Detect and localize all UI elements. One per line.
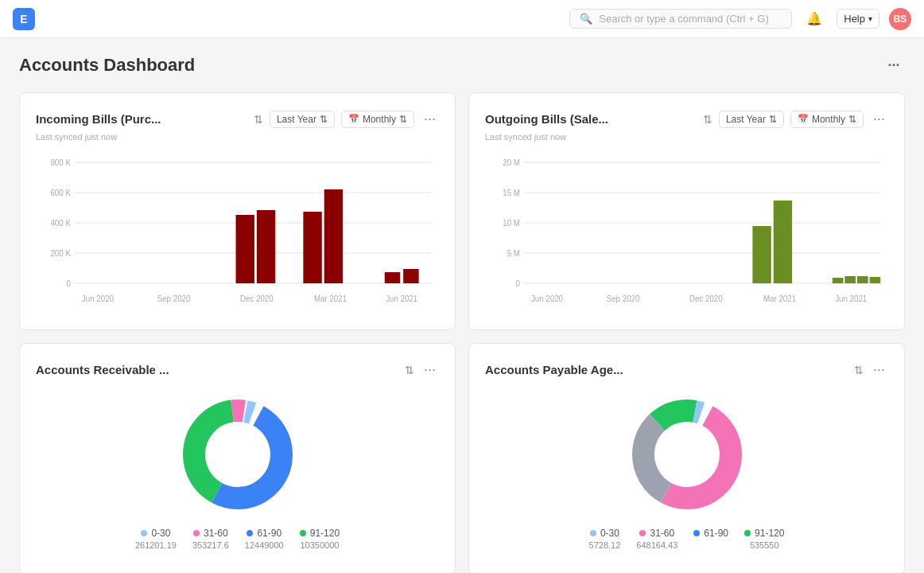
accounts-receivable-card: Accounts Receivable ... ⇅ ···: [19, 343, 456, 573]
ap-value-31-60: 648164.43: [636, 540, 677, 550]
help-label: Help: [844, 13, 865, 25]
ap-dot-91-120: [744, 530, 751, 536]
svg-text:Jun 2021: Jun 2021: [835, 294, 867, 303]
chevron-icon: ⇅: [769, 114, 777, 125]
label-91-120: 91-120: [310, 528, 340, 539]
svg-text:Sep 2020: Sep 2020: [607, 294, 640, 303]
dot-91-120: [300, 530, 306, 536]
top-navigation: E 🔍 Search or type a command (Ctrl + G) …: [0, 0, 924, 38]
outgoing-bills-header: Outgoing Bills (Sale... ⇅ Last Year ⇅ 📅 …: [485, 109, 888, 129]
svg-text:0: 0: [66, 279, 71, 288]
svg-rect-32: [774, 201, 792, 283]
label-61-90: 61-90: [257, 528, 281, 539]
dot-31-60: [193, 530, 200, 536]
chevron-icon: ⇅: [399, 114, 407, 125]
svg-rect-35: [857, 276, 868, 283]
filter-icon-ap: ⇅: [854, 364, 864, 376]
ap-label-91-120: 91-120: [755, 528, 784, 539]
avatar[interactable]: BS: [889, 8, 911, 30]
ap-legend-item-61-90: 61-90: [693, 528, 728, 550]
dot-0-30: [141, 530, 147, 536]
svg-rect-36: [870, 277, 881, 283]
outgoing-monthly-filter[interactable]: 📅 Monthly ⇅: [790, 111, 864, 128]
outgoing-bills-svg: 20 M 15 M 10 M 5 M 0: [485, 154, 888, 314]
ap-legend-item-31-60: 31-60 648164.43: [636, 528, 677, 550]
svg-rect-31: [752, 226, 771, 283]
svg-text:Sep 2020: Sep 2020: [157, 294, 191, 303]
svg-rect-14: [385, 272, 401, 283]
incoming-bills-svg: 800 K 600 K 400 K 200 K 0: [36, 154, 439, 314]
incoming-bills-subtitle: Last synced just now: [36, 132, 439, 142]
accounts-receivable-title: Accounts Receivable ...: [36, 363, 398, 376]
app-logo[interactable]: E: [13, 8, 35, 30]
donut-chart-ap: [623, 391, 751, 518]
chevron-icon: ⇅: [320, 114, 328, 125]
label-0-30: 0-30: [151, 528, 170, 539]
ap-legend-item-91-120: 91-120 535550: [744, 528, 784, 550]
outgoing-bills-subtitle: Last synced just now: [485, 132, 888, 142]
incoming-bills-title: Incoming Bills (Purc...: [36, 112, 247, 126]
svg-text:Mar 2021: Mar 2021: [314, 294, 347, 303]
legend-item-31-60: 31-60 353217.6: [192, 528, 229, 550]
accounts-receivable-header: Accounts Receivable ... ⇅ ···: [36, 360, 439, 380]
last-year-filter[interactable]: Last Year ⇅: [270, 111, 335, 128]
ap-dot-31-60: [639, 530, 646, 536]
svg-rect-33: [833, 278, 844, 283]
svg-text:600 K: 600 K: [50, 189, 71, 197]
svg-rect-11: [257, 210, 275, 283]
value-61-90: 12449000: [245, 540, 284, 550]
svg-point-46: [206, 423, 270, 486]
svg-rect-12: [303, 212, 321, 283]
svg-text:Mar 2021: Mar 2021: [763, 294, 796, 303]
donut-chart-ar: [174, 391, 301, 518]
svg-text:10 M: 10 M: [503, 219, 520, 228]
search-icon: 🔍: [580, 13, 592, 25]
chevron-icon: ⇅: [848, 114, 856, 125]
filter-icon: ⇅: [703, 113, 712, 126]
value-0-30: 261201.19: [135, 540, 177, 550]
svg-text:5 M: 5 M: [507, 249, 520, 258]
svg-text:Jun 2021: Jun 2021: [386, 294, 417, 303]
search-bar[interactable]: 🔍 Search or type a command (Ctrl + G): [569, 9, 792, 29]
svg-text:Jun 2020: Jun 2020: [531, 294, 564, 303]
outgoing-bills-chart: 20 M 15 M 10 M 5 M 0: [485, 154, 888, 314]
accounts-payable-card: Accounts Payable Age... ⇅ ···: [468, 343, 905, 573]
ap-value-91-120: 535550: [750, 540, 779, 550]
svg-text:200 K: 200 K: [50, 249, 71, 258]
legend-item-61-90: 61-90 12449000: [245, 528, 284, 550]
label-31-60: 31-60: [204, 528, 228, 539]
outgoing-bills-more[interactable]: ···: [870, 109, 888, 129]
dashboard-grid: Incoming Bills (Purc... ⇅ Last Year ⇅ 📅 …: [19, 92, 905, 573]
ap-value-0-30: 5728.12: [589, 540, 621, 550]
filter-icon-ar: ⇅: [405, 364, 414, 376]
outgoing-last-year-filter[interactable]: Last Year ⇅: [719, 111, 784, 128]
value-91-120: 10350000: [300, 540, 339, 550]
incoming-bills-more[interactable]: ···: [421, 109, 439, 129]
accounts-payable-title: Accounts Payable Age...: [485, 363, 848, 376]
ar-legend: 0-30 261201.19 31-60 353217.6: [135, 528, 340, 550]
monthly-filter[interactable]: 📅 Monthly ⇅: [341, 111, 414, 128]
ap-label-61-90: 61-90: [704, 528, 728, 539]
accounts-receivable-more[interactable]: ···: [421, 360, 439, 380]
page-content: Accounts Dashboard ··· Incoming Bills (P…: [0, 38, 924, 573]
legend-item-91-120: 91-120 10350000: [300, 528, 340, 550]
accounts-payable-more[interactable]: ···: [870, 360, 888, 380]
page-more-button[interactable]: ···: [883, 54, 905, 76]
legend-item-0-30: 0-30 261201.19: [135, 528, 177, 550]
svg-text:800 K: 800 K: [50, 158, 71, 167]
filter-icon: ⇅: [254, 113, 263, 126]
dot-61-90: [247, 530, 253, 536]
notifications-button[interactable]: 🔔: [802, 6, 827, 32]
ap-dot-0-30: [590, 530, 596, 536]
accounts-payable-donut: 0-30 5728.12 31-60 648164.43: [485, 383, 888, 558]
ap-label-0-30: 0-30: [600, 528, 619, 539]
outgoing-bills-card: Outgoing Bills (Sale... ⇅ Last Year ⇅ 📅 …: [468, 92, 905, 330]
svg-rect-10: [236, 215, 254, 283]
incoming-bills-header: Incoming Bills (Purc... ⇅ Last Year ⇅ 📅 …: [36, 109, 439, 129]
chevron-down-icon: ▾: [868, 14, 872, 23]
svg-rect-34: [844, 276, 856, 283]
ap-legend: 0-30 5728.12 31-60 648164.43: [589, 528, 785, 550]
svg-rect-13: [324, 189, 343, 283]
accounts-receivable-donut: 0-30 261201.19 31-60 353217.6: [36, 383, 439, 558]
help-button[interactable]: Help ▾: [837, 9, 879, 29]
